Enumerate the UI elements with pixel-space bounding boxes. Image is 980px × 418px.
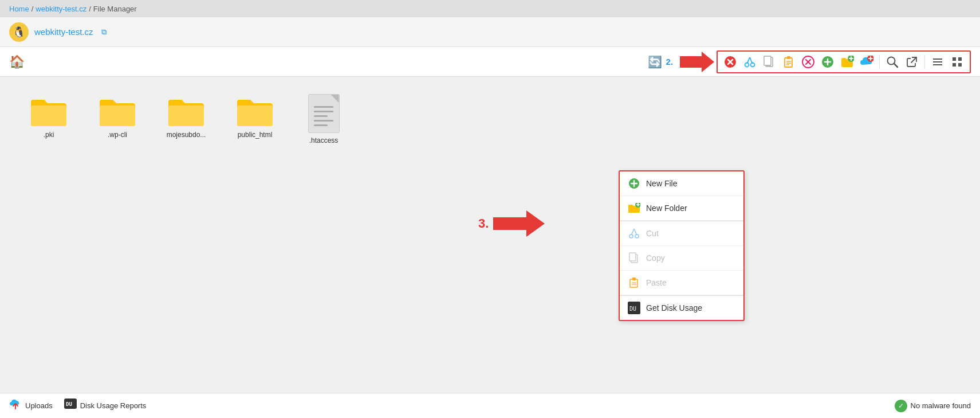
file-item-htaccess[interactable]: .htaccess: [298, 94, 349, 144]
site-header: 🐧 webkitty-test.cz ⧉: [0, 17, 980, 47]
file-line: [314, 120, 333, 122]
step3-arrow: [493, 210, 545, 237]
svg-rect-10: [785, 58, 792, 67]
svg-rect-39: [168, 106, 204, 126]
disk-usage-ctx-icon: DU: [628, 302, 640, 314]
home-button[interactable]: 🏠: [9, 54, 25, 69]
cut-button[interactable]: [742, 54, 758, 70]
svg-rect-38: [100, 106, 135, 126]
file-item-mojesubdo[interactable]: mojesubdo...: [160, 94, 212, 139]
cancel-button[interactable]: [800, 54, 816, 70]
step3-label: 3.: [478, 216, 489, 231]
file-name-mojesubdo: mojesubdo...: [167, 131, 206, 139]
file-name-htaccess: .htaccess: [309, 136, 339, 144]
svg-rect-54: [630, 279, 637, 287]
svg-line-50: [632, 229, 635, 235]
breadcrumb-current: File Manager: [93, 5, 137, 13]
ctx-new-file-label: New File: [646, 179, 677, 188]
breadcrumb-site[interactable]: webkitty-test.cz: [36, 5, 86, 13]
ctx-copy: Copy: [620, 246, 743, 271]
svg-rect-11: [787, 56, 790, 59]
ctx-new-folder[interactable]: New Folder: [620, 196, 743, 221]
svg-point-5: [751, 62, 755, 67]
svg-rect-36: [958, 63, 962, 67]
file-doc-icon: [308, 94, 340, 133]
file-name-publichtml: public_html: [238, 131, 273, 139]
site-logo: 🐧: [9, 22, 29, 42]
folder-icon-mojesubdo: [166, 94, 206, 127]
ctx-disk-usage-label: Get Disk Usage: [646, 303, 702, 312]
refresh-icon[interactable]: 🔄: [648, 55, 662, 69]
svg-rect-40: [237, 106, 273, 126]
toolbar: 🏠 🔄 2.: [0, 47, 980, 77]
svg-rect-55: [632, 278, 636, 280]
new-folder-ctx-icon: [628, 202, 640, 214]
disk-usage-reports-button[interactable]: DU Disk Usage Reports: [64, 399, 147, 413]
copy-button[interactable]: [761, 54, 777, 70]
toolbar-icons-box: [717, 50, 971, 73]
ctx-new-file[interactable]: New File: [620, 171, 743, 196]
file-line: [314, 124, 328, 126]
footer: Uploads DU Disk Usage Reports ✓ No malwa…: [0, 393, 980, 418]
delete-button[interactable]: [722, 54, 738, 70]
disk-usage-footer-icon: DU: [64, 399, 77, 413]
svg-marker-41: [493, 210, 545, 237]
file-item-wpcli[interactable]: .wp-cli: [92, 94, 143, 139]
breadcrumb-home[interactable]: Home: [9, 5, 29, 13]
file-name-pki: .pki: [44, 131, 54, 139]
external-link-icon[interactable]: ⧉: [101, 28, 107, 37]
cut-ctx-icon: [628, 227, 640, 240]
file-lines: [314, 106, 333, 126]
context-menu: New File New Folder: [619, 170, 745, 321]
svg-rect-35: [953, 63, 956, 67]
file-name-wpcli: .wp-cli: [108, 131, 127, 139]
site-name: webkitty-test.cz: [34, 27, 93, 37]
svg-rect-34: [958, 57, 962, 61]
step3-indicator: 3.: [478, 210, 545, 237]
refresh-indicator: 🔄 2.: [648, 55, 673, 69]
grid-view-button[interactable]: [949, 54, 965, 70]
ctx-copy-label: Copy: [646, 253, 665, 263]
file-line: [314, 111, 333, 112]
svg-point-4: [745, 62, 749, 67]
svg-point-49: [635, 235, 639, 238]
ctx-disk-usage[interactable]: DU Get Disk Usage: [620, 296, 743, 320]
uploads-label: Uploads: [25, 401, 53, 410]
svg-text:DU: DU: [629, 306, 636, 312]
svg-rect-33: [953, 57, 956, 61]
ctx-paste: Paste: [620, 271, 743, 295]
svg-rect-37: [31, 106, 66, 126]
uploads-button[interactable]: Uploads: [9, 399, 53, 413]
svg-line-28: [894, 64, 898, 67]
external-link-button[interactable]: [904, 54, 920, 70]
svg-rect-53: [629, 253, 636, 261]
svg-text:DU: DU: [66, 401, 72, 407]
new-folder-button[interactable]: [839, 54, 855, 70]
svg-line-6: [747, 57, 750, 64]
search-button[interactable]: [884, 54, 900, 70]
ctx-cut-label: Cut: [646, 229, 659, 238]
no-malware-label: No malware found: [911, 401, 971, 410]
paste-button[interactable]: [781, 54, 797, 70]
cloud-upload-button[interactable]: [859, 54, 875, 70]
paste-ctx-icon: [628, 276, 640, 289]
uploads-icon: [9, 399, 22, 413]
file-item-publichtml[interactable]: public_html: [229, 94, 281, 139]
breadcrumb-sep2: /: [89, 5, 91, 13]
list-view-button[interactable]: [930, 54, 946, 70]
file-area: .pki .wp-cli mojesubdo... public_html: [0, 77, 980, 162]
new-file-ctx-icon: [628, 177, 640, 190]
breadcrumb: Home / webkitty-test.cz / File Manager: [0, 0, 980, 17]
ctx-new-folder-label: New Folder: [646, 204, 687, 213]
step2-label: 2.: [666, 57, 673, 67]
file-line: [314, 115, 328, 117]
svg-line-29: [911, 57, 916, 62]
step2-arrow: [680, 52, 714, 72]
svg-point-48: [629, 235, 633, 238]
svg-line-51: [634, 229, 637, 235]
file-item-pki[interactable]: .pki: [23, 94, 74, 139]
copy-ctx-icon: [628, 252, 640, 264]
new-file-button[interactable]: [820, 54, 836, 70]
svg-marker-0: [680, 52, 714, 72]
no-malware-icon: ✓: [895, 400, 907, 412]
